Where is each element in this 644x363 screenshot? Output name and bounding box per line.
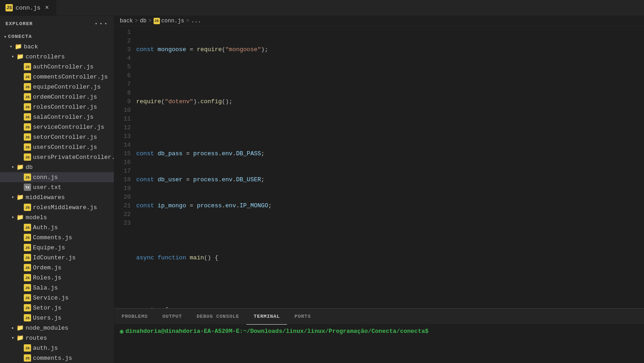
- file-auth-route[interactable]: JS auth.js: [0, 343, 114, 353]
- js-icon: JS: [24, 254, 31, 261]
- file-commentsController[interactable]: JS commentsController.js: [0, 72, 114, 82]
- code-line-6: const db_user = process.env.DB_USER;: [136, 175, 635, 184]
- file-salaController[interactable]: JS salaController.js: [0, 112, 114, 122]
- js-icon: JS: [24, 93, 31, 100]
- file-rolesController[interactable]: JS rolesController.js: [0, 102, 114, 112]
- terminal-status-dot: ◉: [120, 327, 123, 335]
- js-icon: JS: [24, 204, 31, 211]
- file-Equipe[interactable]: JS Equipe.js: [0, 242, 114, 253]
- file-usersController[interactable]: JS usersController.js: [0, 142, 114, 152]
- node-modules-chevron: [9, 324, 16, 331]
- breadcrumb-sep1: >: [135, 18, 138, 24]
- middlewares-folder-icon: 📁: [16, 194, 24, 201]
- node-modules-label: node_modules: [26, 325, 69, 331]
- js-icon: JS: [24, 314, 31, 321]
- file-user-txt[interactable]: TX user.txt: [0, 182, 114, 192]
- db-chevron: [9, 163, 16, 171]
- code-line-9: async function main() {: [136, 253, 635, 262]
- conecta-section[interactable]: CONECTA: [0, 32, 114, 42]
- file-equipeController[interactable]: JS equipeController.js: [0, 82, 114, 92]
- js-icon: JS: [24, 294, 31, 301]
- js-icon: JS: [24, 73, 31, 80]
- tab-debug-console[interactable]: DEBUG CONSOLE: [189, 309, 246, 325]
- routes-label: routes: [26, 335, 47, 342]
- file-Users[interactable]: JS Users.js: [0, 313, 114, 323]
- sidebar-header: EXPLORER ···: [0, 16, 114, 32]
- breadcrumb-ellipsis: ...: [191, 18, 201, 24]
- breadcrumb: back > db > JS conn.js > ...: [114, 16, 644, 26]
- js-icon: JS: [24, 234, 31, 241]
- file-usersPrivateController[interactable]: JS usersPrivateController.js: [0, 152, 114, 162]
- breadcrumb-file-icon: JS: [154, 18, 160, 24]
- active-tab[interactable]: JS conn.js ×: [0, 0, 57, 16]
- breadcrumb-file-section: JS conn.js: [154, 18, 184, 24]
- folder-controllers[interactable]: 📁 controllers: [0, 52, 114, 62]
- code-line-3: require("dotenv").config();: [136, 97, 635, 106]
- file-IdCounter[interactable]: JS IdCounter.js: [0, 253, 114, 263]
- controllers-label: controllers: [26, 53, 65, 60]
- code-line-4: [136, 123, 635, 132]
- file-setorController[interactable]: JS setorController.js: [0, 132, 114, 142]
- models-label: models: [26, 214, 47, 221]
- js-icon: JS: [24, 143, 31, 151]
- code-line-5: const db_pass = process.env.DB_PASS;: [136, 149, 635, 158]
- code-content: const mongoose = require("mongoose"); re…: [136, 28, 644, 306]
- file-Roles[interactable]: JS Roles.js: [0, 273, 114, 283]
- js-icon: JS: [24, 103, 31, 110]
- folder-models[interactable]: 📁 models: [0, 212, 114, 222]
- terminal-prompt: ◉ dinahdoria@dinahdoria-EA-A520M-E:~/Dow…: [120, 327, 639, 335]
- code-editor[interactable]: 12345 678910 1112131415 1617181920 21222…: [114, 26, 644, 308]
- filename: Ordem.js: [33, 264, 61, 271]
- file-Ordem[interactable]: JS Ordem.js: [0, 263, 114, 273]
- editor-area: back > db > JS conn.js > ... 12345 67891…: [114, 16, 644, 363]
- filename: usersPrivateController.js: [33, 154, 114, 161]
- middlewares-label: middlewares: [26, 194, 65, 201]
- js-icon: JS: [24, 274, 31, 281]
- file-serviceController[interactable]: JS serviceController.js: [0, 122, 114, 132]
- tab-ports[interactable]: PORTS: [287, 309, 318, 325]
- folder-back[interactable]: 📁 back: [0, 42, 114, 52]
- folder-node-modules[interactable]: 📁 node_modules: [0, 323, 114, 333]
- tab-output[interactable]: OUTPUT: [155, 309, 189, 325]
- js-icon: JS: [24, 264, 31, 271]
- folder-routes[interactable]: 📁 routes: [0, 333, 114, 343]
- filename: salaController.js: [33, 114, 94, 121]
- models-chevron: [9, 214, 16, 221]
- filename: authController.js: [33, 63, 94, 70]
- code-line-2: [136, 71, 635, 80]
- js-icon: JS: [24, 63, 31, 70]
- node-modules-folder-icon: 📁: [16, 324, 24, 331]
- file-rolesMiddleware[interactable]: JS rolesMiddleware.js: [0, 202, 114, 212]
- js-icon: JS: [24, 244, 31, 251]
- file-comments-route[interactable]: JS comments.js: [0, 353, 114, 363]
- file-conn-js[interactable]: JS conn.js: [0, 172, 114, 182]
- bottom-panel: PROBLEMS OUTPUT DEBUG CONSOLE TERMINAL P…: [114, 308, 644, 363]
- folder-middlewares[interactable]: 📁 middlewares: [0, 192, 114, 202]
- sidebar-more-button[interactable]: ···: [94, 20, 108, 28]
- db-folder-icon: 📁: [16, 163, 24, 171]
- file-Setor[interactable]: JS Setor.js: [0, 303, 114, 313]
- terminal-path: dinahdoria@dinahdoria-EA-A520M-E:~/Downl…: [125, 328, 428, 335]
- js-icon: JS: [24, 344, 31, 352]
- file-Auth[interactable]: JS Auth.js: [0, 222, 114, 232]
- tab-terminal[interactable]: TERMINAL: [246, 309, 287, 325]
- file-Comments[interactable]: JS Comments.js: [0, 232, 114, 242]
- tab-problems[interactable]: PROBLEMS: [114, 309, 155, 325]
- tab-close-button[interactable]: ×: [43, 4, 51, 11]
- file-authController[interactable]: JS authController.js: [0, 62, 114, 72]
- breadcrumb-back: back: [120, 18, 133, 24]
- back-folder-icon: 📁: [15, 43, 22, 50]
- file-ordemController[interactable]: JS ordemController.js: [0, 92, 114, 102]
- file-Service[interactable]: JS Service.js: [0, 293, 114, 303]
- controllers-folder-icon: 📁: [16, 53, 24, 60]
- filename: Service.js: [33, 295, 69, 301]
- routes-chevron: [9, 334, 16, 342]
- js-icon: JS: [24, 224, 31, 231]
- filename: usersController.js: [33, 144, 97, 151]
- terminal-content[interactable]: ◉ dinahdoria@dinahdoria-EA-A520M-E:~/Dow…: [114, 325, 644, 363]
- code-line-8: [136, 227, 635, 236]
- file-Sala[interactable]: JS Sala.js: [0, 283, 114, 293]
- folder-db[interactable]: 📁 db: [0, 162, 114, 172]
- filename: Users.js: [33, 315, 61, 321]
- sidebar: EXPLORER ··· CONECTA 📁 back 📁 controller…: [0, 16, 114, 363]
